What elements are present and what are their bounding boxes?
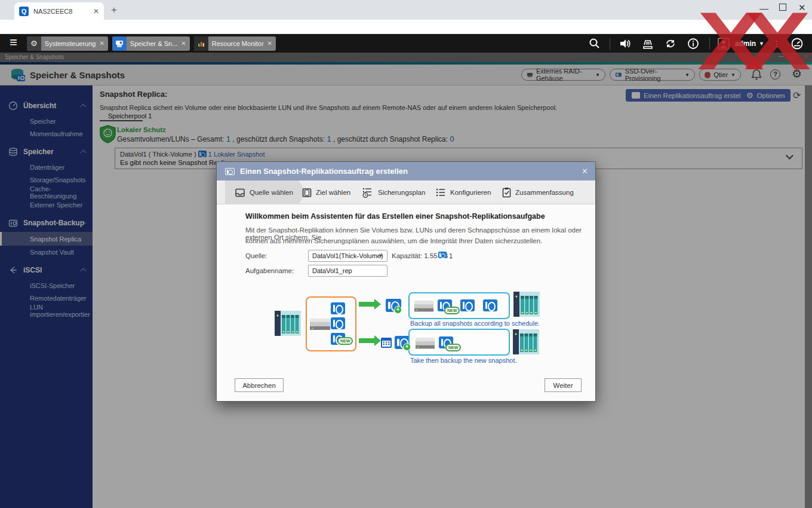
user-menu[interactable]: admin — [735, 39, 756, 48]
browser-tab-strip: Q NAS2CEEC8 ✕ + — ✕ — [0, 0, 812, 20]
source-select[interactable]: DataVol1(Thick-Volume) ▼ — [308, 250, 387, 262]
target-disk-drive-icon — [415, 335, 435, 351]
step-konfigurieren[interactable]: Konfigurieren — [435, 180, 491, 204]
sync-lock-icon[interactable] — [664, 37, 677, 50]
desktop-tab-close-icon[interactable]: ✕ — [99, 40, 104, 47]
step-label: Quelle wählen — [250, 189, 293, 196]
source-select-value: DataVol1(Thick-Volume) — [312, 252, 383, 259]
next-button[interactable]: Weiter — [545, 378, 582, 392]
target-nas-icon — [513, 290, 540, 318]
welcome-heading: Willkommen beim Assistenten für das Erst… — [245, 212, 545, 221]
new-snapshot-caption: Take then backup the new snapshot. — [410, 357, 517, 364]
step-label: Zusammenfassung — [515, 189, 574, 196]
capacity-snapshot-icon — [438, 252, 447, 258]
backup-plan-icon — [362, 187, 374, 198]
desktop-tab-label: Systemsteuerung — [45, 40, 96, 47]
replication-wizard-dialog: Einen Snapshot-Replikationsauftrag erste… — [216, 161, 596, 402]
summary-clipboard-icon — [502, 187, 511, 198]
more-options-icon[interactable]: ⋮ — [773, 39, 781, 48]
capacity-count: 1 — [449, 252, 453, 259]
dialog-close-icon[interactable]: ✕ — [582, 167, 588, 176]
source-label: Quelle: — [245, 252, 267, 259]
calendar-icon — [380, 336, 392, 348]
tab-close-icon[interactable]: ✕ — [93, 8, 99, 15]
wizard-steps: Quelle wählen Ziel wählen Sicherungsplan… — [217, 180, 595, 204]
window-close-icon[interactable]: ✕ — [798, 3, 806, 12]
main-menu-icon[interactable]: ≡ — [10, 35, 17, 50]
target-disk-drive-icon — [414, 298, 434, 314]
desktop-tab-systemsteuerung[interactable]: ⚙ Systemsteuerung ✕ — [27, 36, 108, 51]
arrow-bottom-icon — [359, 338, 374, 343]
schedule-caption: Backup all snapshots according to schedu… — [410, 320, 540, 327]
target-volume-icon — [302, 188, 312, 198]
desktop-tab-label: Speicher & Sn... — [130, 40, 178, 47]
dashboard-gauge-icon[interactable] — [791, 37, 804, 50]
user-avatar-icon[interactable] — [717, 37, 730, 50]
snapshot-icon — [483, 299, 497, 311]
step-ziel-waehlen[interactable]: Ziel wählen — [302, 180, 350, 204]
desktop-tab-label: Resource Monitor — [212, 40, 264, 47]
volume-icon[interactable] — [619, 37, 632, 50]
step-label: Sicherungsplan — [378, 189, 425, 196]
welcome-text-line2: können aus mehreren Sicherungsplänen aus… — [245, 237, 542, 244]
plus-badge-icon: + — [394, 306, 402, 314]
desktop-tab-close-icon[interactable]: ✕ — [267, 40, 272, 47]
browser-tab-title: NAS2CEEC8 — [33, 8, 93, 15]
new-badge: NEW — [444, 307, 460, 314]
dialog-titlebar: Einen Snapshot-Replikationsauftrag erste… — [217, 162, 595, 180]
step-sicherungsplan[interactable]: Sicherungsplan — [362, 180, 425, 204]
storage-snapshots-icon — [112, 36, 127, 51]
notification-info-icon[interactable] — [687, 37, 700, 50]
source-disk-drive-icon — [309, 316, 331, 332]
window-minimize-icon[interactable]: — — [759, 4, 768, 13]
qnap-desktop-bar: ≡ ⚙ Systemsteuerung ✕ Speicher & Sn... ✕… — [0, 34, 812, 53]
task-name-input[interactable]: DataVol1_rep — [308, 265, 387, 277]
source-disk-icon — [235, 188, 245, 197]
desktop-tab-speicher[interactable]: Speicher & Sn... ✕ — [112, 36, 190, 51]
cancel-button[interactable]: Abbrechen — [235, 378, 284, 392]
dialog-title-icon — [225, 168, 235, 175]
qnap-favicon: Q — [19, 7, 29, 16]
select-caret-icon: ▼ — [378, 253, 383, 259]
arrow-top-icon — [359, 302, 374, 307]
resource-monitor-icon — [194, 36, 208, 51]
new-tab-button[interactable]: + — [111, 5, 117, 15]
desktop-tab-resource-monitor[interactable]: Resource Monitor ✕ — [194, 36, 276, 51]
snapshot-icon — [331, 317, 345, 329]
step-zusammenfassung[interactable]: Zusammenfassung — [502, 180, 574, 204]
target-nas-icon — [512, 328, 540, 356]
desktop-tab-close-icon[interactable]: ✕ — [181, 40, 186, 47]
step-label: Konfigurieren — [450, 189, 491, 196]
new-badge: NEW — [337, 337, 353, 345]
window-maximize-icon[interactable] — [779, 4, 786, 11]
task-name-value: DataVol1_rep — [312, 267, 352, 274]
background-tasks-icon[interactable] — [641, 37, 654, 50]
step-label: Ziel wählen — [316, 189, 350, 196]
new-badge: NEW — [445, 344, 461, 351]
browser-tab[interactable]: Q NAS2CEEC8 ✕ — [14, 2, 104, 20]
source-nas-icon — [274, 310, 302, 337]
user-caret-icon[interactable]: ▼ — [759, 41, 764, 47]
task-name-label: Aufgabenname: — [245, 267, 294, 274]
browser-toolbar: ← → ⟳ i Nicht sicher | 192.168.177.149:8… — [0, 20, 812, 34]
configure-list-icon — [435, 188, 446, 197]
step-quelle-waehlen[interactable]: Quelle wählen — [225, 180, 306, 204]
dialog-title: Einen Snapshot-Replikationsauftrag erste… — [240, 167, 408, 176]
search-icon[interactable] — [588, 37, 601, 50]
plus-badge-icon: + — [403, 343, 411, 351]
gear-icon: ⚙ — [27, 36, 41, 51]
snapshot-icon — [460, 299, 475, 311]
snapshot-icon — [331, 302, 345, 314]
